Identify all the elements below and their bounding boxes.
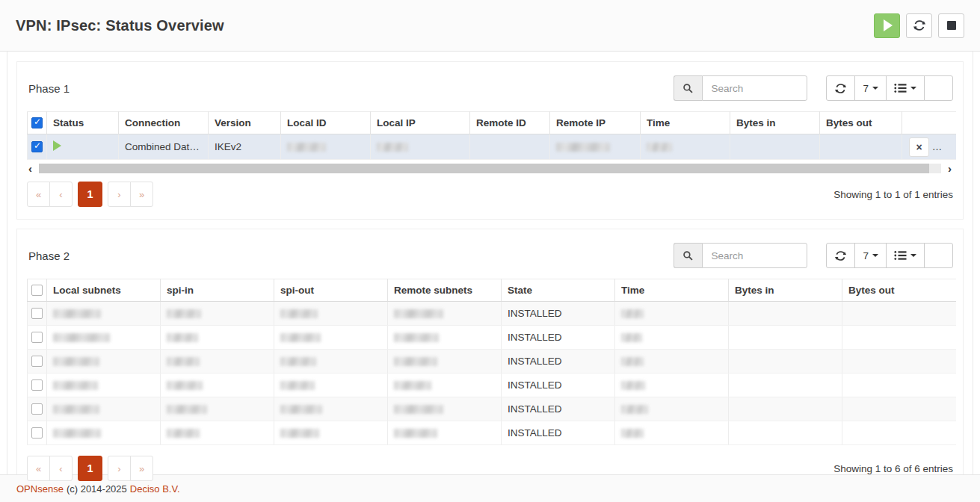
scrollbar-thumb[interactable] <box>39 164 929 173</box>
stop-service-button[interactable] <box>938 13 964 38</box>
next-page-button[interactable]: › <box>108 182 131 207</box>
phase2-refresh-button[interactable] <box>826 243 855 268</box>
row-checkbox[interactable] <box>31 356 43 367</box>
scrollbar-track[interactable] <box>39 164 941 173</box>
row-checkbox[interactable] <box>31 403 43 415</box>
col-local-subnets[interactable]: Local subnets <box>47 279 161 302</box>
row-checkbox[interactable] <box>31 308 43 319</box>
bytes-in-cell <box>730 134 820 160</box>
phase2-columns-dropdown[interactable] <box>886 243 925 268</box>
phase1-columns-dropdown[interactable] <box>886 75 925 101</box>
redacted-value <box>167 429 200 438</box>
bytes-out-cell <box>842 350 956 374</box>
phase2-search-input[interactable] <box>702 243 807 268</box>
local-subnets-cell <box>47 302 161 326</box>
spi-in-cell <box>161 350 274 374</box>
phase1-extra-button[interactable] <box>924 75 953 101</box>
disconnect-button[interactable]: × <box>909 137 929 157</box>
redacted-value <box>394 309 443 318</box>
col-spi-in[interactable]: spi-in <box>161 279 274 302</box>
start-service-button[interactable] <box>874 13 900 38</box>
phase2-grid-buttons: 7 <box>826 243 953 268</box>
row-checkbox[interactable] <box>31 427 43 439</box>
phase1-search-input[interactable] <box>702 75 807 101</box>
phase2-table-row[interactable]: INSTALLED <box>28 397 956 421</box>
phase1-page-size-dropdown[interactable]: 7 <box>854 75 887 101</box>
col-remote-id[interactable]: Remote ID <box>470 112 550 134</box>
prev-page-button[interactable]: ‹ <box>49 182 73 207</box>
local-subnets-cell <box>47 421 161 445</box>
phase2-search-group <box>674 243 807 268</box>
col-remote-subnets[interactable]: Remote subnets <box>388 279 502 302</box>
first-page-button[interactable]: « <box>27 182 50 207</box>
phase1-header-row: Status Connection Version Local ID Local… <box>28 112 956 134</box>
bytes-out-cell <box>842 326 956 350</box>
col-bytes-out[interactable]: Bytes out <box>820 112 902 134</box>
redacted-value <box>621 405 648 414</box>
phase2-header-row: Local subnets spi-in spi-out Remote subn… <box>28 279 956 302</box>
page-1-button[interactable]: 1 <box>78 182 102 207</box>
phase1-table: Status Connection Version Local ID Local… <box>27 111 956 160</box>
deciso-link[interactable]: Deciso B.V. <box>130 483 180 495</box>
col-spi-out[interactable]: spi-out <box>274 279 388 302</box>
phase1-refresh-button[interactable] <box>826 75 855 101</box>
col-connection[interactable]: Connection <box>119 112 209 134</box>
columns-list-icon <box>894 250 907 261</box>
redacted-value <box>394 405 443 414</box>
redacted-value <box>167 357 200 366</box>
select-all-checkbox[interactable] <box>31 117 43 128</box>
remote-subnets-cell <box>388 302 502 326</box>
col-remote-ip[interactable]: Remote IP <box>550 112 641 134</box>
col-time[interactable]: Time <box>615 279 729 302</box>
prev-page-button[interactable]: ‹ <box>49 456 73 481</box>
phase2-table-row[interactable]: INSTALLED <box>28 421 956 445</box>
phase2-table-row[interactable]: INSTALLED <box>28 374 956 397</box>
first-page-button[interactable]: « <box>27 456 50 481</box>
phase2-page-size-dropdown[interactable]: 7 <box>854 243 887 268</box>
last-page-button[interactable]: » <box>130 182 153 207</box>
row-checkbox[interactable] <box>31 141 43 152</box>
phase2-extra-button[interactable] <box>924 243 953 268</box>
scroll-left-icon[interactable]: ‹ <box>27 163 34 174</box>
phase1-entries-summary: Showing 1 to 1 of 1 entries <box>833 189 953 200</box>
redacted-value <box>377 143 408 152</box>
next-page-button[interactable]: › <box>108 456 131 481</box>
restart-service-button[interactable] <box>906 13 932 38</box>
time-cell <box>615 397 729 421</box>
connected-play-icon <box>53 140 61 151</box>
search-details-button[interactable] <box>936 137 956 157</box>
phase2-table-row[interactable]: INSTALLED <box>28 350 956 374</box>
col-bytes-out[interactable]: Bytes out <box>842 279 956 302</box>
phase2-table-row[interactable]: INSTALLED <box>28 326 956 350</box>
page-1-button[interactable]: 1 <box>78 456 102 481</box>
col-bytes-in[interactable]: Bytes in <box>729 279 842 302</box>
col-status[interactable]: Status <box>47 112 119 134</box>
col-time[interactable]: Time <box>641 112 730 134</box>
state-cell: INSTALLED <box>502 421 615 445</box>
col-state[interactable]: State <box>502 279 615 302</box>
page-size-value: 7 <box>863 250 869 261</box>
opnsense-link[interactable]: OPNsense <box>16 483 64 495</box>
main-content: Phase 1 <box>7 52 973 474</box>
redacted-value <box>280 429 319 438</box>
col-version[interactable]: Version <box>209 112 281 134</box>
row-checkbox[interactable] <box>31 379 43 391</box>
play-icon <box>884 19 893 31</box>
page-size-value: 7 <box>863 83 869 94</box>
remote-subnets-cell <box>388 374 502 397</box>
header-actions <box>874 13 964 38</box>
col-local-ip[interactable]: Local IP <box>371 112 470 134</box>
row-checkbox[interactable] <box>31 332 43 343</box>
redacted-value <box>621 309 644 318</box>
phase2-table-row[interactable]: INSTALLED <box>28 302 956 326</box>
col-bytes-in[interactable]: Bytes in <box>730 112 820 134</box>
select-all-checkbox[interactable] <box>31 285 43 296</box>
col-local-id[interactable]: Local ID <box>281 112 371 134</box>
redacted-value <box>621 429 644 438</box>
phase1-table-row[interactable]: Combined Dat… IKEv2 × <box>28 134 956 160</box>
scroll-right-icon[interactable]: › <box>946 163 953 174</box>
time-cell <box>615 421 729 445</box>
phase1-title: Phase 1 <box>27 82 70 95</box>
last-page-button[interactable]: » <box>130 456 153 481</box>
col-commands <box>902 112 956 134</box>
